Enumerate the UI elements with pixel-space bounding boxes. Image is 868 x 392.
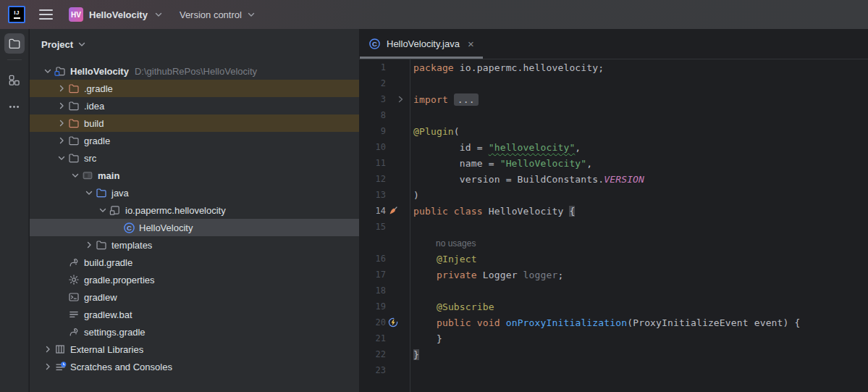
more-toolwindows-button[interactable] [4,96,25,117]
code-token: VERSION [604,174,644,185]
chevron-down-icon[interactable] [55,152,68,164]
code-line-text: @Plugin( [413,126,460,137]
code-token: public [437,317,471,328]
code-token: private [437,270,477,280]
editor-area[interactable]: C HelloVelocity.java × 1package io.paper… [359,29,868,392]
chevron-right-icon[interactable] [41,361,54,372]
code-line-text: } [413,349,419,360]
project-widget[interactable]: HV HelloVelocity [65,5,167,24]
plugin-gutter-icon[interactable] [386,203,406,219]
tree-row-templates[interactable]: templates [30,236,359,254]
code-line-10[interactable]: 10 id = "hellovelocity", [359,139,868,155]
structure-toolwindow-button[interactable] [4,70,25,90]
editor-tab[interactable]: C HelloVelocity.java × [359,29,484,59]
code-token: "HelloVelocity" [500,158,587,169]
gutter-spacer [386,187,406,203]
chevron-down-icon[interactable] [96,204,109,216]
chevron-right-icon[interactable] [41,343,54,355]
tree-row-settings-gradle[interactable]: settings.gradle [30,323,359,341]
code-line-9[interactable]: 9@Plugin( [359,123,868,139]
tree-row-io-papermc-hellovelocity[interactable]: io.papermc.hellovelocity [30,201,359,219]
tree-row-src[interactable]: src [30,149,359,167]
inlay-hint-row[interactable]: no usages [359,235,868,251]
code-token[interactable]: ... [454,93,479,106]
code-line-text: id = "hellovelocity", [413,142,581,153]
close-tab-icon[interactable]: × [468,38,474,49]
tree-row-label: build.gradle [84,257,132,268]
code-line-17[interactable]: 17 private Logger logger; [359,267,868,283]
tree-row-gradle[interactable]: gradle [30,132,359,149]
code-line-18[interactable]: 18 [359,283,868,299]
code-line-16[interactable]: 16 @Inject [359,251,868,267]
code-token: import [413,94,448,105]
tree-row-main[interactable]: main [30,167,359,184]
chevron-right-icon[interactable] [55,117,68,129]
code-token: public [413,206,448,217]
tree-row-java[interactable]: java [30,184,359,201]
code-line-19[interactable]: 19 @Subscribe [359,299,868,314]
code-line-20[interactable]: 20 public void onProxyInitialization(Pro… [359,314,868,330]
tree-row-hellovelocity[interactable]: CHelloVelocity [30,219,359,236]
subscribe-gutter-icon[interactable] [386,314,406,330]
gutter-spacer [386,59,406,75]
tree-row-build[interactable]: build [30,114,359,132]
chevron-down-icon[interactable] [69,170,82,181]
code-line-11[interactable]: 11 name = "HelloVelocity", [359,155,868,171]
code-line-13[interactable]: 13) [359,187,868,203]
gutter-spacer [386,299,406,314]
code-token: ( [454,126,460,137]
tree-row-build-gradle[interactable]: build.gradle [30,254,359,271]
gutter-spacer [386,362,406,378]
tree-row--gradle[interactable]: .gradle [30,80,359,97]
code-line-1[interactable]: 1package io.papermc.hellovelocity; [359,59,868,75]
line-number: 20 [359,317,386,328]
tree-row-label: gradle.properties [84,275,155,285]
tree-row-label: src [84,153,96,164]
chevron-right-icon[interactable] [55,100,68,112]
tree-row-gradlew-bat[interactable]: gradlew.bat [30,306,359,323]
tree-row-hellovelocity[interactable]: HelloVelocityD:\githubRePos\HelloVelocit… [30,62,359,80]
code-line-14[interactable]: 14public class HelloVelocity { [359,203,868,219]
gutter-spacer [386,219,406,235]
main-toolbar: IJ HV HelloVelocity Version control [0,0,868,29]
chevron-right-icon[interactable] [55,83,68,94]
tree-row-label: java [111,188,129,199]
chevron-down-icon[interactable] [41,65,54,77]
tree-row-path: D:\githubRePos\HelloVelocity [135,66,257,77]
line-number: 17 [359,270,386,280]
project-panel-title: Project [41,39,73,50]
code-editor[interactable]: 1package io.papermc.hellovelocity;23impo… [359,59,868,392]
line-number: 9 [359,126,386,136]
chevron-down-icon[interactable] [83,187,96,199]
tree-row-label: gradle [84,135,110,146]
toolwindow-strip [0,29,29,392]
package-icon [109,204,124,216]
tree-row--idea[interactable]: .idea [30,97,359,114]
code-line-22[interactable]: 22} [359,346,868,362]
chevron-placeholder [110,222,123,233]
code-line-21[interactable]: 21 } [359,330,868,346]
file-text-icon [68,309,83,320]
tree-row-external-libraries[interactable]: External Libraries [30,341,359,358]
main-menu-button[interactable] [39,9,53,20]
code-token: (ProxyInitializeEvent event) { [627,317,800,328]
gutter-spacer [386,235,406,251]
folder-excluded-icon [68,83,83,94]
project-toolwindow-button[interactable] [4,33,25,54]
code-line-text: private Logger logger; [413,270,563,280]
code-line-8[interactable]: 8 [359,107,868,123]
chevron-right-icon[interactable] [55,135,68,146]
code-line-text: no usages [413,238,476,249]
vcs-widget[interactable]: Version control [180,9,256,20]
code-line-15[interactable]: 15 [359,219,868,235]
code-line-23[interactable]: 23 [359,362,868,378]
tree-row-gradle-properties[interactable]: gradle.properties [30,271,359,288]
code-line-2[interactable]: 2 [359,75,868,91]
code-line-12[interactable]: 12 version = BuildConstants.VERSION [359,171,868,187]
chevron-right-icon[interactable] [83,239,96,251]
code-line-3[interactable]: 3import ... [359,91,868,107]
fold-arrow-icon[interactable] [386,91,406,107]
tree-row-gradlew[interactable]: gradlew [30,288,359,306]
tree-row-scratches-and-consoles[interactable]: Scratches and Consoles [30,358,359,375]
project-panel-header[interactable]: Project [30,29,359,59]
